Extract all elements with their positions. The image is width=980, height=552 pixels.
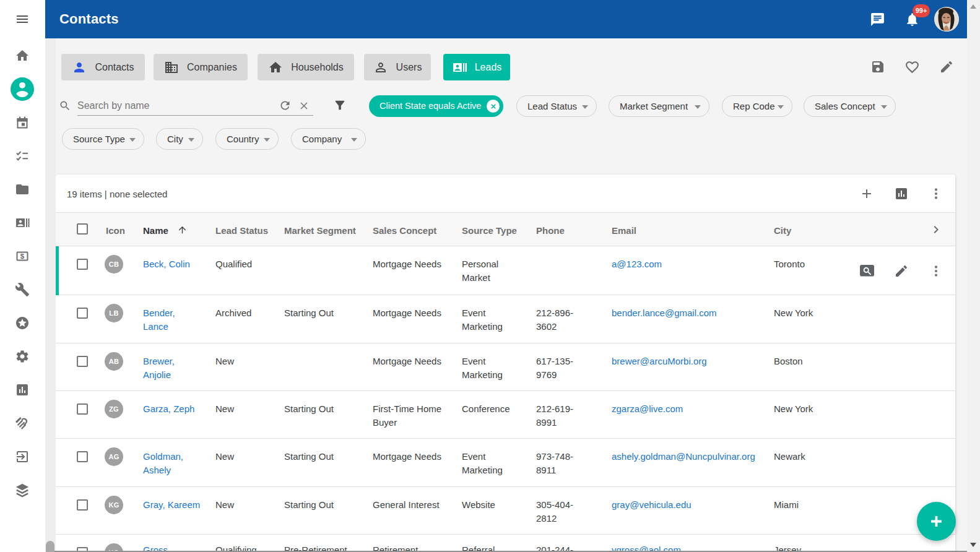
svg-text:$: $: [20, 252, 25, 260]
